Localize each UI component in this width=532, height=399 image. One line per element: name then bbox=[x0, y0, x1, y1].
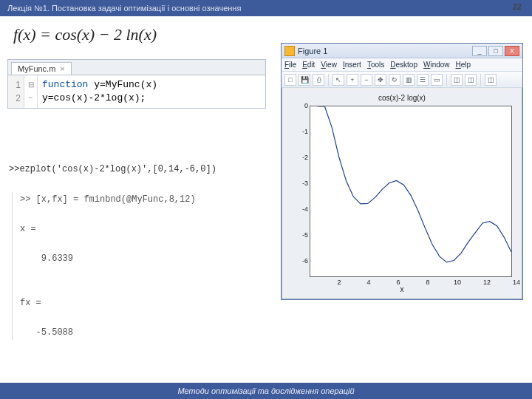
fold-column: ⊟ − bbox=[24, 75, 38, 108]
menu-insert[interactable]: Insert bbox=[343, 61, 361, 69]
tool-save-icon[interactable]: 💾 bbox=[299, 74, 310, 86]
ytick: -4 bbox=[302, 205, 308, 213]
menu-help[interactable]: Help bbox=[456, 61, 471, 69]
ytick: 0 bbox=[304, 102, 308, 109]
code-text[interactable]: function y=MyFunc(x) y=cos(x)-2*log(x); bbox=[38, 75, 265, 108]
menu-window[interactable]: Window bbox=[423, 61, 450, 69]
ytick: -1 bbox=[302, 128, 308, 135]
editor-body: 1 2 ⊟ − function y=MyFunc(x) y=cos(x)-2*… bbox=[7, 75, 266, 109]
tool-zoomin-icon[interactable]: + bbox=[347, 74, 358, 86]
menu-file[interactable]: FFileile bbox=[284, 61, 296, 69]
editor-tab[interactable]: MyFunc.m × bbox=[11, 62, 72, 75]
ytick: -3 bbox=[302, 180, 308, 187]
figure-icon bbox=[284, 46, 295, 56]
figure-menubar: FFileile Edit View Insert Tools Desktop … bbox=[282, 58, 522, 72]
xtick: 4 bbox=[366, 279, 370, 286]
line-number: 2 bbox=[11, 92, 21, 105]
menu-tools[interactable]: Tools bbox=[367, 61, 384, 69]
figure-window: Figure 1 _ □ X FFileile Edit View Insert… bbox=[281, 43, 523, 300]
plot-xlabel: x bbox=[284, 285, 519, 293]
ezplot-command: >>ezplot('cos(x)-2*log(x)',[0,14,-6,0]) bbox=[9, 164, 216, 174]
footer-text: Методи оптимізації та дослідження операц… bbox=[177, 386, 354, 395]
xtick: 14 bbox=[513, 279, 520, 286]
code-fragment: y=MyFunc(x) bbox=[88, 79, 157, 90]
tool-rotate-icon[interactable]: ↻ bbox=[389, 74, 400, 86]
xtick: 12 bbox=[483, 279, 491, 286]
line-gutter: 1 2 bbox=[8, 75, 24, 108]
slide-footer: Методи оптимізації та дослідження операц… bbox=[0, 383, 532, 399]
tool-zoomout-icon[interactable]: − bbox=[361, 74, 372, 86]
ytick: -2 bbox=[302, 154, 308, 161]
xtick: 2 bbox=[337, 279, 341, 286]
line-number: 1 bbox=[11, 78, 21, 92]
maximize-button[interactable]: □ bbox=[488, 46, 503, 56]
plot-area: cos(x)-2 log(x) x 0 -1 -2 -3 -4 -5 -6 2 … bbox=[284, 89, 519, 296]
formula: f(x) = cos(x) − 2 ln(x) bbox=[13, 25, 157, 44]
tool-brush-icon[interactable]: ☰ bbox=[417, 74, 429, 86]
matlab-editor: MyFunc.m × 1 2 ⊟ − function y=MyFunc(x) … bbox=[7, 59, 266, 109]
slide-header: Лекція №1. Постановка задачі оптимізації… bbox=[0, 0, 532, 16]
xtick: 8 bbox=[426, 279, 429, 286]
editor-tab-label: MyFunc.m bbox=[18, 64, 55, 73]
tool-link-icon[interactable]: ▭ bbox=[431, 74, 443, 86]
fold-icon[interactable]: − bbox=[26, 92, 35, 105]
menu-desktop[interactable]: Desktop bbox=[390, 61, 417, 69]
figure-title: Figure 1 bbox=[298, 47, 327, 55]
tool-hide-icon[interactable]: ◫ bbox=[485, 74, 497, 86]
xtick: 10 bbox=[454, 279, 461, 286]
figure-toolbar: □ 💾 ⎙ ↖ + − ✥ ↻ ▥ ☰ ▭ ◫ ◫ ◫ bbox=[282, 72, 522, 88]
plot-title: cos(x)-2 log(x) bbox=[284, 94, 519, 102]
slide-title: Лекція №1. Постановка задачі оптимізації… bbox=[7, 4, 241, 13]
tool-datacursor-icon[interactable]: ▥ bbox=[403, 74, 415, 86]
xtick: 6 bbox=[396, 279, 400, 286]
ytick: -5 bbox=[302, 231, 308, 239]
command-output: >> [x,fx] = fminbnd(@MyFunc,8,12) x = 9.… bbox=[12, 192, 233, 340]
tool-legend-icon[interactable]: ◫ bbox=[465, 74, 477, 86]
ytick: -6 bbox=[302, 257, 308, 265]
editor-tabstrip: MyFunc.m × bbox=[7, 59, 266, 75]
fold-icon[interactable]: ⊟ bbox=[26, 78, 35, 92]
figure-titlebar[interactable]: Figure 1 _ □ X bbox=[282, 44, 522, 58]
menu-view[interactable]: View bbox=[321, 61, 337, 69]
page-number: 22 bbox=[513, 2, 522, 11]
code-fragment: y=cos(x)-2*log(x); bbox=[42, 92, 146, 103]
plot-curve bbox=[310, 106, 511, 276]
plot-axes bbox=[310, 106, 512, 277]
tool-new-icon[interactable]: □ bbox=[284, 74, 296, 86]
close-icon[interactable]: × bbox=[60, 64, 64, 73]
tool-print-icon[interactable]: ⎙ bbox=[313, 74, 324, 86]
tool-colorbar-icon[interactable]: ◫ bbox=[451, 74, 463, 86]
minimize-button[interactable]: _ bbox=[472, 46, 487, 56]
tool-pan-icon[interactable]: ✥ bbox=[375, 74, 386, 86]
menu-edit[interactable]: Edit bbox=[302, 61, 315, 69]
close-button[interactable]: X bbox=[505, 46, 519, 56]
tool-pointer-icon[interactable]: ↖ bbox=[332, 74, 344, 86]
keyword: function bbox=[42, 79, 88, 90]
